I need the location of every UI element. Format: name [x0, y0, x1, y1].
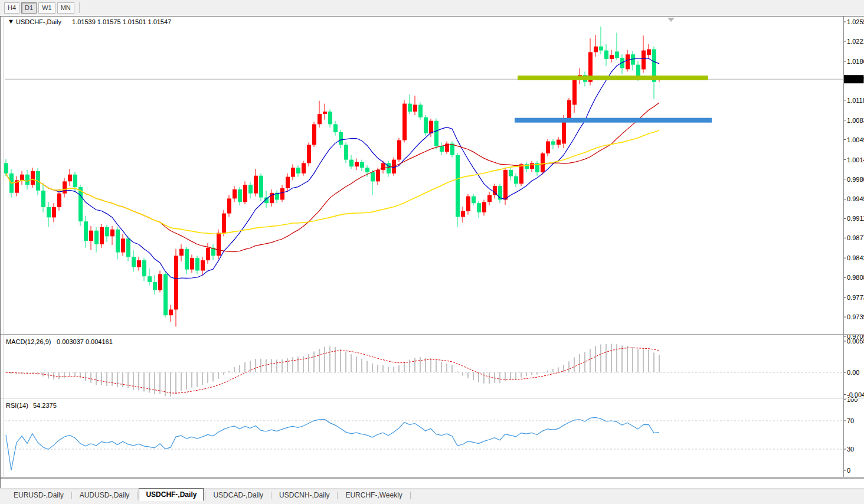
candle: [387, 163, 391, 173]
candle: [286, 177, 290, 188]
rsi-value: 54.2375: [33, 402, 57, 409]
candle: [84, 221, 88, 241]
main-chart-surface[interactable]: [4, 27, 843, 327]
candle: [408, 104, 412, 112]
sma-30-line: [6, 103, 659, 252]
candle: [302, 163, 306, 173]
price-axis-label: 0.98420: [847, 254, 864, 261]
candle: [615, 51, 619, 58]
toolbar-separator: [79, 2, 80, 13]
candle: [604, 51, 608, 60]
candle: [482, 202, 486, 212]
candle: [530, 163, 534, 169]
candle: [174, 256, 178, 309]
candle: [222, 214, 226, 233]
chart-ohlc-values: 1.01539 1.01575 1.01501 1.01547: [72, 18, 171, 25]
macd-panel-surface[interactable]: [5, 344, 843, 397]
candle: [169, 310, 173, 316]
tab-audusd-daily[interactable]: AUDUSD-,Daily: [73, 490, 136, 501]
candle: [397, 140, 401, 160]
timeframe-button-d1[interactable]: D1: [21, 2, 37, 14]
tab-usdcad-daily[interactable]: USDCAD-,Daily: [207, 490, 270, 501]
candle: [121, 238, 125, 252]
timeframe-button-mn[interactable]: MN: [57, 2, 74, 14]
price-axis-label: 0.99800: [847, 176, 864, 183]
candle: [333, 125, 338, 133]
macd-axis-label: 0.00: [847, 369, 859, 376]
candle: [201, 260, 205, 270]
candle: [217, 233, 221, 256]
candle: [41, 191, 45, 207]
candle: [78, 187, 83, 221]
candle: [243, 185, 247, 202]
candle: [206, 248, 210, 260]
price-axis-label: 0.99450: [847, 195, 864, 202]
price-axis-label: 1.00490: [847, 136, 864, 143]
candle: [185, 249, 189, 270]
candle: [503, 170, 508, 199]
price-axis[interactable]: 1.025501.022101.018601.011801.008301.004…: [843, 18, 864, 474]
price-axis-label: 1.01860: [847, 58, 864, 65]
price-axis-label: 0.99110: [847, 215, 864, 222]
candle: [626, 54, 630, 69]
candle: [599, 47, 603, 51]
candle: [381, 163, 385, 170]
tab-eurusd-daily[interactable]: EURUSD-,Daily: [7, 490, 70, 501]
chart-window[interactable]: 1.025501.022101.018601.011801.008301.004…: [0, 16, 864, 488]
candle: [153, 282, 157, 290]
candle: [190, 258, 194, 269]
candle: [291, 168, 295, 177]
support-band[interactable]: [515, 118, 712, 123]
rsi-panel-surface[interactable]: [5, 417, 843, 470]
candle: [163, 274, 168, 315]
timeframe-button-h4[interactable]: H4: [4, 2, 19, 14]
candle: [424, 117, 428, 133]
candle: [344, 145, 348, 159]
sma-10-line: [6, 58, 659, 279]
price-axis-label: 1.00830: [847, 117, 864, 124]
tab-separator: [271, 492, 271, 499]
candle: [57, 194, 61, 207]
candle: [519, 164, 523, 184]
candle: [280, 188, 284, 199]
price-axis-label: 1.01180: [847, 97, 864, 104]
rsi-label: RSI(14): [6, 402, 28, 409]
candle: [551, 142, 555, 145]
candle: [116, 230, 120, 253]
candle: [142, 260, 146, 276]
candle: [52, 207, 56, 217]
candle: [126, 238, 130, 257]
candle: [68, 175, 72, 182]
tab-usdcnh-daily[interactable]: USDCNH-,Daily: [273, 490, 336, 501]
candle: [461, 211, 465, 217]
candle: [31, 171, 35, 185]
price-axis-label: 0.97390: [847, 313, 864, 320]
candle: [472, 197, 476, 204]
candle: [572, 80, 577, 105]
price-axis-label: 1.02210: [847, 38, 864, 45]
candle: [179, 249, 184, 256]
candle: [477, 203, 481, 212]
tab-separator: [205, 492, 205, 499]
rsi-axis-label: 0: [847, 467, 850, 474]
resistance-band[interactable]: [518, 76, 708, 80]
candle: [4, 163, 8, 173]
chart-dropdown-icon[interactable]: ▼: [8, 18, 14, 25]
tab-separator: [410, 492, 411, 499]
candle: [227, 198, 231, 213]
tab-separator: [137, 492, 138, 499]
candle: [323, 112, 327, 114]
candle: [546, 142, 550, 153]
candle: [307, 145, 311, 163]
candle: [148, 276, 152, 282]
timeframe-button-w1[interactable]: W1: [38, 2, 55, 14]
current-price-label: 1.01547: [846, 76, 864, 83]
candle: [466, 197, 470, 211]
price-axis-label: 1.00140: [847, 156, 864, 163]
candle: [25, 175, 30, 185]
tab-usdchf-daily[interactable]: USDCHF-,Daily: [139, 488, 204, 501]
chart-tab-bar: EURUSD-,DailyAUDUSD-,DailyUSDCHF-,DailyU…: [0, 489, 864, 501]
macd-signal-line: [6, 348, 659, 393]
tab-eurchf-weekly[interactable]: EURCHF-,Weekly: [339, 490, 408, 501]
macd-values: 0.003037 0.004161: [57, 338, 113, 345]
